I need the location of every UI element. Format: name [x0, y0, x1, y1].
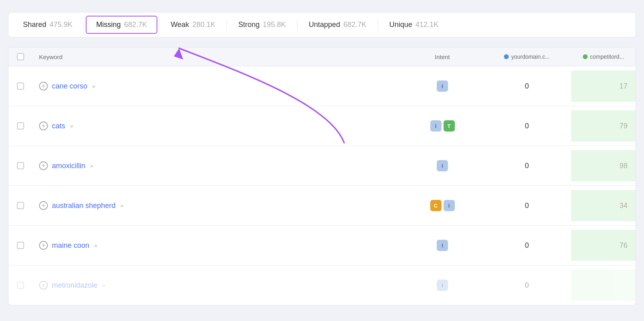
row-competitor-5	[571, 270, 636, 301]
intent-badge-c-3: C	[430, 200, 442, 211]
row-yourdomain-1: 0	[483, 122, 571, 130]
tab-missing-count: 682.7K	[124, 21, 147, 29]
add-keyword-icon-0[interactable]: +	[39, 82, 48, 91]
keyword-text-2[interactable]: amoxicillin	[52, 162, 85, 170]
intent-badge-i-1: I	[430, 120, 442, 132]
row-intent-4: I	[402, 240, 483, 251]
table-row: + cats » I T 0 79	[8, 106, 636, 146]
row-intent-1: I T	[402, 120, 483, 132]
table-row: + australian shepherd » C I 0 34	[8, 186, 636, 226]
row-competitor-1: 79	[571, 110, 636, 142]
chevron-icon-1: »	[70, 123, 73, 129]
tab-strong-count: 195.8K	[263, 21, 286, 29]
keyword-text-3[interactable]: australian shepherd	[52, 202, 116, 210]
row-competitor-3: 34	[571, 190, 636, 221]
tab-weak[interactable]: Weak 280.1K	[161, 16, 225, 33]
header-checkbox-cell	[8, 53, 33, 60]
row-checkbox-5	[8, 282, 33, 289]
row-competitor-0: 17	[571, 70, 636, 102]
add-keyword-icon-4[interactable]: +	[39, 241, 48, 250]
intent-badge-i-2: I	[437, 160, 448, 171]
tab-unique[interactable]: Unique 412.1K	[380, 16, 448, 33]
intent-badge-i-3: I	[444, 200, 455, 211]
keyword-text-4[interactable]: maine coon	[52, 241, 89, 250]
row-select-checkbox-3[interactable]	[17, 202, 24, 209]
tab-untapped[interactable]: Untapped 682.7K	[299, 16, 376, 33]
keyword-text-1[interactable]: cats	[52, 122, 65, 130]
table-row: + maine coon » I 0 76	[8, 226, 636, 265]
row-select-checkbox-0[interactable]	[17, 82, 24, 90]
row-intent-2: I	[402, 160, 483, 171]
tab-weak-count: 280.1K	[192, 21, 215, 29]
table-row: + cane corso » I 0 17	[8, 66, 636, 106]
row-keyword-1: + cats »	[33, 121, 402, 130]
row-yourdomain-0: 0	[483, 82, 571, 91]
tab-divider-1	[84, 19, 84, 31]
add-keyword-icon-3[interactable]: +	[39, 201, 48, 210]
keyword-table: Keyword Intent yourdomain.c... competito…	[8, 47, 636, 305]
table-header: Keyword Intent yourdomain.c... competito…	[8, 47, 636, 66]
row-keyword-4: + maine coon »	[33, 241, 402, 250]
tab-untapped-count: 682.7K	[343, 21, 366, 29]
add-keyword-icon-1[interactable]: +	[39, 121, 48, 130]
row-intent-3: C I	[402, 200, 483, 211]
tab-shared-label: Shared	[23, 21, 46, 29]
table-row: + metronidazole » I 0	[8, 265, 636, 305]
tab-strong[interactable]: Strong 195.8K	[229, 16, 295, 33]
tab-untapped-label: Untapped	[309, 21, 340, 29]
row-competitor-2: 98	[571, 150, 636, 181]
row-select-checkbox-5[interactable]	[17, 282, 24, 289]
tab-weak-label: Weak	[171, 21, 189, 29]
chevron-icon-2: »	[90, 163, 93, 169]
header-yourdomain: yourdomain.c...	[483, 54, 571, 60]
row-select-checkbox-4[interactable]	[17, 242, 24, 249]
intent-badge-i-5: I	[437, 280, 448, 291]
header-competitor: competitord...	[571, 54, 636, 60]
keyword-text-5[interactable]: metronidazole	[52, 281, 97, 290]
header-intent: Intent	[402, 54, 483, 60]
row-competitor-4: 76	[571, 230, 636, 261]
keyword-text-0[interactable]: cane corso	[52, 82, 87, 91]
row-yourdomain-4: 0	[483, 241, 571, 250]
yourdomain-label: yourdomain.c...	[511, 54, 550, 60]
tab-shared-count: 475.9K	[50, 21, 72, 29]
row-checkbox-3	[8, 202, 33, 209]
tab-divider-4	[297, 19, 297, 31]
competitor-indicator: competitord...	[578, 54, 629, 60]
row-intent-0: I	[402, 80, 483, 92]
select-all-checkbox[interactable]	[17, 53, 24, 60]
intent-badge-t-1: T	[444, 120, 455, 132]
row-select-checkbox-2[interactable]	[17, 162, 24, 169]
row-keyword-2: + amoxicillin »	[33, 161, 402, 170]
page-wrapper: Shared 475.9K Missing 682.7K Weak 280.1K…	[0, 0, 644, 321]
tab-missing[interactable]: Missing 682.7K	[86, 16, 157, 34]
row-checkbox-1	[8, 122, 33, 130]
chevron-icon-4: »	[94, 242, 97, 249]
tab-unique-label: Unique	[389, 21, 412, 29]
tab-unique-count: 412.1K	[415, 21, 438, 29]
row-keyword-3: + australian shepherd »	[33, 201, 402, 210]
competitor-label: competitord...	[590, 54, 624, 60]
add-keyword-icon-5[interactable]: +	[39, 281, 48, 290]
row-intent-5: I	[402, 280, 483, 291]
row-yourdomain-5: 0	[483, 281, 571, 290]
row-yourdomain-2: 0	[483, 162, 571, 170]
add-keyword-icon-2[interactable]: +	[39, 161, 48, 170]
tab-bar: Shared 475.9K Missing 682.7K Weak 280.1K…	[8, 12, 636, 37]
row-yourdomain-3: 0	[483, 202, 571, 210]
row-checkbox-2	[8, 162, 33, 169]
tab-strong-label: Strong	[238, 21, 260, 29]
chevron-icon-3: »	[120, 202, 124, 209]
row-select-checkbox-1[interactable]	[17, 122, 24, 130]
competitor-dot	[583, 54, 588, 59]
tab-divider-3	[227, 19, 227, 31]
tab-shared[interactable]: Shared 475.9K	[13, 16, 82, 33]
chevron-icon-5: »	[102, 282, 105, 288]
intent-badge-i-4: I	[437, 240, 448, 251]
yourdomain-indicator: yourdomain.c...	[489, 54, 565, 60]
row-keyword-5: + metronidazole »	[33, 281, 402, 290]
tab-missing-label: Missing	[96, 21, 121, 29]
yourdomain-dot	[504, 54, 509, 59]
row-checkbox-0	[8, 82, 33, 90]
tab-divider-2	[159, 19, 159, 31]
